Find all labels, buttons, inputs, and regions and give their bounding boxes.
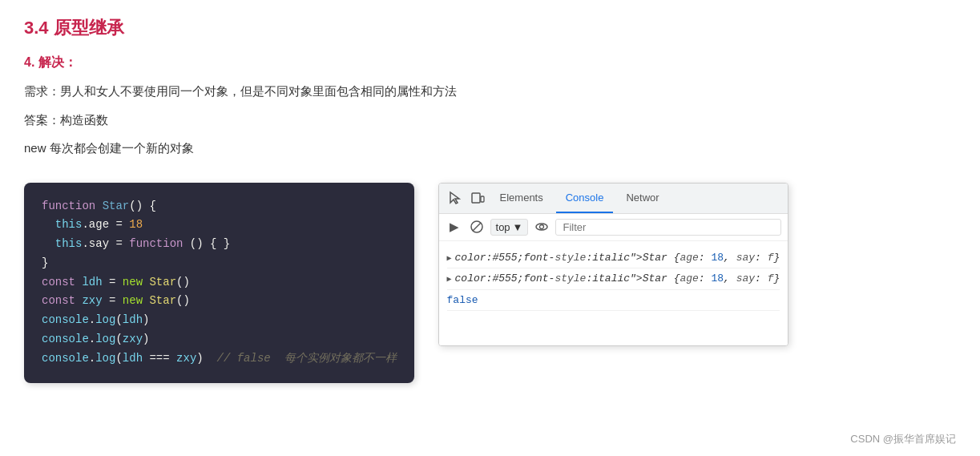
console-line: ▶color:#555;font-style:italic">Star {age… [447,268,780,290]
svg-marker-0 [450,192,459,204]
expand-triangle[interactable]: ▶ [447,252,452,264]
eye-icon[interactable] [533,218,550,236]
tab-elements[interactable]: Elements [490,183,553,213]
svg-rect-1 [472,193,480,203]
cursor-icon[interactable] [446,188,465,208]
subsection-title: 4. 解决： [24,54,956,71]
section-title: 3.4 原型继承 [24,16,956,40]
expand-triangle[interactable]: ▶ [447,273,452,285]
top-label: top [496,221,510,233]
page-wrapper: 3.4 原型继承 4. 解决： 需求：男人和女人不要使用同一个对象，但是不同对象… [0,0,980,456]
devtools-content: ▶color:#555;font-style:italic">Star {age… [439,241,788,345]
code-line: function Star() { [42,197,397,216]
code-line: console.log(zxy) [42,330,397,349]
code-line: } [42,254,397,273]
code-line: console.log(ldh) [42,311,397,330]
footer-text: CSDN @振华首席娱记 [850,432,956,446]
console-line: false [447,290,780,312]
text-line-1: 需求：男人和女人不要使用同一个对象，但是不同对象里面包含相同的属性和方法 [24,81,956,102]
svg-line-4 [473,223,481,231]
text-line-2: 答案：构造函数 [24,110,956,131]
code-line: console.log(ldh === zxy) // false 每个实例对象… [42,349,397,369]
tab-console[interactable]: Console [556,183,614,213]
svg-rect-2 [481,196,484,202]
svg-point-6 [540,225,544,229]
code-block: function Star() { this.age = 18 this.say… [24,183,414,383]
tab-network[interactable]: Networ [616,183,668,213]
console-line: ▶color:#555;font-style:italic">Star {age… [447,248,780,269]
device-icon[interactable] [468,188,487,208]
ban-icon[interactable] [468,218,486,236]
filter-input[interactable] [555,219,781,236]
code-line: this.say = function () { } [42,235,397,254]
play-icon[interactable]: ▶ [446,218,463,236]
text-line-3: new 每次都会创建一个新的对象 [24,138,956,159]
code-line: const zxy = new Star() [42,292,397,311]
content-area: function Star() { this.age = 18 this.say… [24,183,956,383]
devtools-panel: Elements Console Networ ▶ top ▼ ▶colo [438,183,789,346]
devtools-tabs: Elements Console Networ [439,184,788,214]
devtools-toolbar: ▶ top ▼ [439,214,788,241]
code-line: this.age = 18 [42,216,397,235]
top-selector[interactable]: top ▼ [490,219,529,236]
code-line: const ldh = new Star() [42,273,397,293]
dropdown-arrow: ▼ [513,221,523,233]
